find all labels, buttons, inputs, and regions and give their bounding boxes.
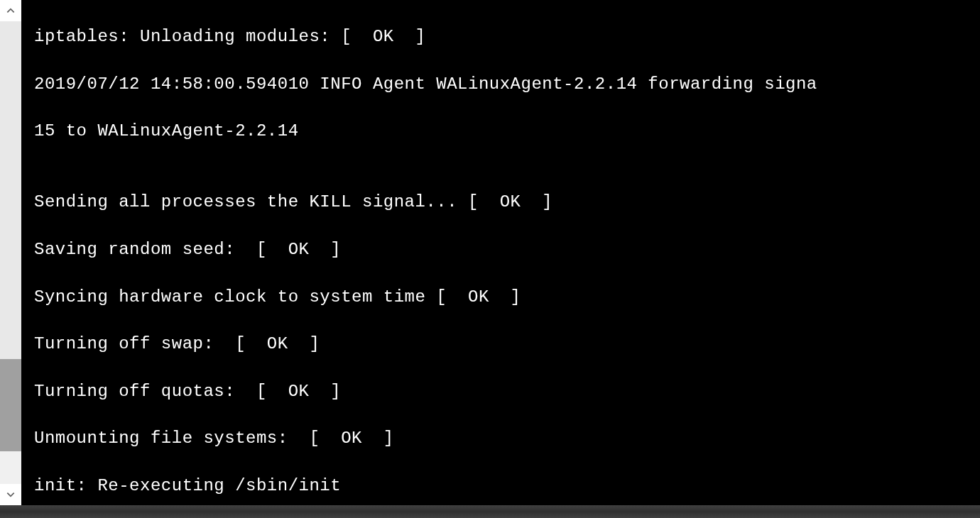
window-bottom-strip bbox=[0, 505, 980, 518]
scroll-track-lower[interactable] bbox=[0, 451, 21, 484]
terminal-line: Unmounting file systems: [ OK ] bbox=[34, 426, 980, 450]
terminal-line: Turning off quotas: [ OK ] bbox=[34, 380, 980, 403]
scroll-track[interactable] bbox=[0, 21, 21, 484]
terminal-line: 15 to WALinuxAgent-2.2.14 bbox=[34, 119, 980, 143]
terminal-output[interactable]: iptables: Unloading modules: [ OK ] 2019… bbox=[21, 0, 980, 505]
scroll-up-arrow-icon[interactable] bbox=[0, 0, 21, 21]
terminal-line: iptables: Unloading modules: [ OK ] bbox=[34, 25, 980, 48]
scroll-track-upper[interactable] bbox=[0, 21, 21, 359]
terminal-line: Syncing hardware clock to system time [ … bbox=[34, 285, 980, 309]
terminal-line: Turning off swap: [ OK ] bbox=[34, 332, 980, 356]
terminal-line: init: Re-executing /sbin/init bbox=[34, 474, 980, 497]
scroll-down-arrow-icon[interactable] bbox=[0, 484, 21, 505]
terminal-line: Saving random seed: [ OK ] bbox=[34, 238, 980, 261]
scroll-thumb[interactable] bbox=[0, 359, 21, 451]
terminal-line: 2019/07/12 14:58:00.594010 INFO Agent WA… bbox=[34, 72, 980, 96]
vertical-scrollbar[interactable] bbox=[0, 0, 21, 505]
terminal-line: Sending all processes the KILL signal...… bbox=[34, 190, 980, 214]
